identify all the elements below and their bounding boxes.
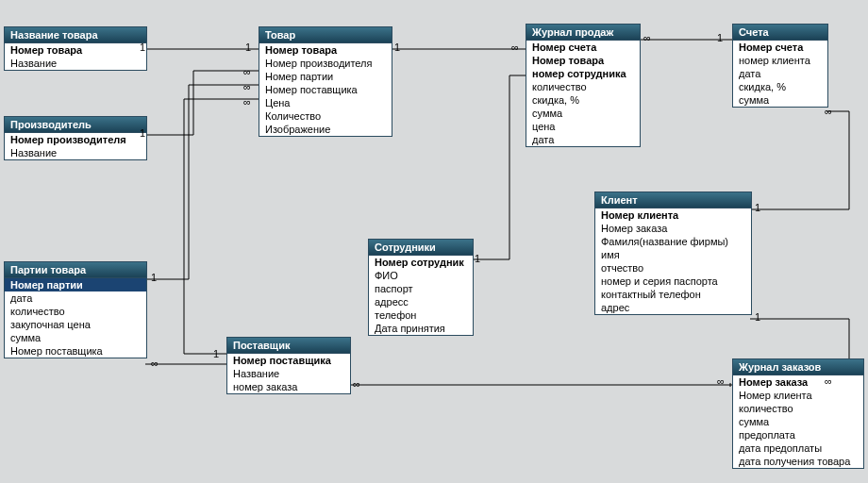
field[interactable]: адрес xyxy=(595,301,751,314)
entity-title: Производитель xyxy=(5,117,146,133)
field[interactable]: номер и серия паспорта xyxy=(595,275,751,288)
field[interactable]: Изображение xyxy=(259,123,392,136)
entity-title: Название товара xyxy=(5,27,146,43)
field-pk[interactable]: Номер счета xyxy=(733,41,827,54)
field-pk[interactable]: Номер поставщика xyxy=(227,354,350,367)
field[interactable]: Номер клиента xyxy=(733,389,863,402)
field-pk[interactable]: Номер производителя xyxy=(5,133,146,146)
field-pk[interactable]: Номер сотрудник xyxy=(369,256,473,269)
entity-proizvoditel[interactable]: Производитель Номер производителя Назван… xyxy=(4,116,147,160)
field[interactable]: дата xyxy=(733,67,827,80)
entity-title: Журнал заказов xyxy=(733,359,863,375)
cardinality-label: ∞ xyxy=(511,42,519,53)
field[interactable]: Номер поставщика xyxy=(259,83,392,96)
field[interactable]: дата получения товара xyxy=(733,455,863,468)
cardinality-label: ∞ xyxy=(717,375,725,387)
field[interactable]: количество xyxy=(526,80,640,93)
entity-title: Поставщик xyxy=(227,338,350,354)
entity-title: Счета xyxy=(733,25,827,41)
field-pk[interactable]: номер сотрудника xyxy=(526,67,640,80)
field[interactable]: количество xyxy=(733,402,863,415)
field-pk[interactable]: Номер клиента xyxy=(595,208,751,222)
field[interactable]: сумма xyxy=(733,415,863,428)
field[interactable]: Название xyxy=(5,146,146,159)
entity-zhurnal-prodazh[interactable]: Журнал продаж Номер счета Номер товара н… xyxy=(526,24,641,147)
field[interactable]: Номер заказа xyxy=(595,222,751,235)
cardinality-label: ∞ xyxy=(243,96,251,108)
field[interactable]: предоплата xyxy=(733,428,863,441)
field[interactable]: Цена xyxy=(259,96,392,109)
field[interactable]: паспорт xyxy=(369,282,473,295)
entity-partii-tovara[interactable]: Партии товара Номер партии дата количест… xyxy=(4,261,147,358)
field[interactable]: Название xyxy=(5,57,146,70)
cardinality-label: 1 xyxy=(717,32,723,43)
field[interactable]: Дата принятия xyxy=(369,322,473,335)
field[interactable]: ФИО xyxy=(369,269,473,282)
field[interactable]: Название xyxy=(227,367,350,380)
cardinality-label: 1 xyxy=(213,348,219,359)
field[interactable]: скидка, % xyxy=(526,93,640,107)
entity-scheta[interactable]: Счета Номер счета номер клиента дата ски… xyxy=(732,24,828,108)
cardinality-label: ∞ xyxy=(353,378,360,390)
entity-title: Партии товара xyxy=(5,262,146,278)
entity-zhurnal-zakazov[interactable]: Журнал заказов Номер заказа Номер клиент… xyxy=(732,358,864,469)
cardinality-label: ∞ xyxy=(151,358,159,369)
field[interactable]: адресс xyxy=(369,295,473,308)
field[interactable]: сумма xyxy=(5,331,146,344)
field[interactable]: номер клиента xyxy=(733,54,827,67)
field[interactable]: Номер поставщика xyxy=(5,344,146,358)
field-pk[interactable]: Номер заказа xyxy=(733,375,863,389)
field-pk[interactable]: Номер счета xyxy=(526,41,640,54)
field-pk-selected[interactable]: Номер партии xyxy=(5,278,146,291)
field[interactable]: Количество xyxy=(259,109,392,123)
field[interactable]: имя xyxy=(595,248,751,261)
field[interactable]: сумма xyxy=(733,93,827,107)
field[interactable]: отчество xyxy=(595,261,751,275)
field[interactable]: контактный телефон xyxy=(595,288,751,301)
field[interactable]: Фамиля(название фирмы) xyxy=(595,235,751,248)
field-pk[interactable]: Номер товара xyxy=(526,54,640,67)
field-pk[interactable]: Номер товара xyxy=(5,43,146,57)
entity-title: Сотрудники xyxy=(369,240,473,256)
cardinality-label: ∞ xyxy=(243,66,251,77)
cardinality-label: ∞ xyxy=(243,81,251,92)
field[interactable]: сумма xyxy=(526,107,640,120)
field[interactable]: количество xyxy=(5,305,146,318)
field[interactable]: цена xyxy=(526,120,640,133)
entity-klient[interactable]: Клиент Номер клиента Номер заказа Фамиля… xyxy=(594,192,752,315)
entity-title: Товар xyxy=(259,27,392,43)
field[interactable]: телефон xyxy=(369,308,473,322)
field[interactable]: дата xyxy=(5,291,146,305)
entity-sotrudniki[interactable]: Сотрудники Номер сотрудник ФИО паспорт а… xyxy=(368,239,474,336)
field[interactable]: Номер партии xyxy=(259,70,392,83)
cardinality-label: 1 xyxy=(475,253,480,264)
cardinality-label: 1 xyxy=(755,311,760,323)
entity-nazvanie-tovara[interactable]: Название товара Номер товара Название xyxy=(4,26,147,71)
field[interactable]: Номер производителя xyxy=(259,57,392,70)
field[interactable]: закупочная цена xyxy=(5,318,146,331)
cardinality-label: 1 xyxy=(755,202,760,213)
cardinality-label: 1 xyxy=(151,272,157,283)
field[interactable]: дата xyxy=(526,133,640,146)
cardinality-label: ∞ xyxy=(643,32,651,43)
entity-postavshik[interactable]: Поставщик Номер поставщика Название номе… xyxy=(226,337,351,394)
entity-title: Клиент xyxy=(595,192,751,208)
cardinality-label: 1 xyxy=(394,42,400,53)
field[interactable]: дата предоплаты xyxy=(733,441,863,455)
cardinality-label: 1 xyxy=(245,42,251,53)
entity-tovar[interactable]: Товар Номер товара Номер производителя Н… xyxy=(259,26,392,137)
field[interactable]: номер заказа xyxy=(227,380,350,393)
field[interactable]: скидка, % xyxy=(733,80,827,93)
entity-title: Журнал продаж xyxy=(526,25,640,41)
field-pk[interactable]: Номер товара xyxy=(259,43,392,57)
